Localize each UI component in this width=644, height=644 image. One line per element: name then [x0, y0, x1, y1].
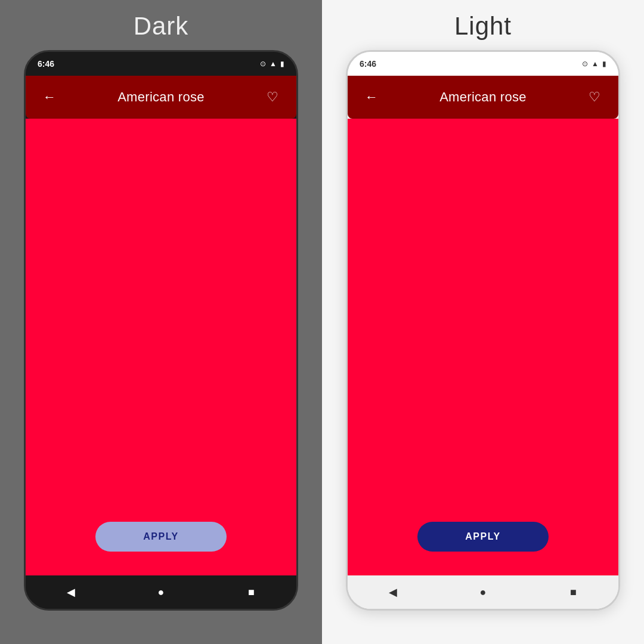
- light-nav-home-button[interactable]: ●: [472, 581, 494, 603]
- light-signal-icon: ▲: [592, 60, 599, 68]
- light-nav-back-button[interactable]: ◀: [382, 581, 404, 603]
- dark-apply-button[interactable]: APPLY: [95, 522, 226, 552]
- light-section-title: Light: [454, 12, 512, 41]
- light-back-button[interactable]: ←: [360, 85, 383, 109]
- dark-nav-home-button[interactable]: ●: [150, 581, 172, 603]
- light-phone-frame: 6:46 ⊙ ▲ ▮ ← American rose ♡ APPLY ◀ ● ■: [346, 50, 620, 611]
- dark-app-bar-title: American rose: [117, 89, 205, 105]
- dark-status-bar: 6:46 ⊙ ▲ ▮: [26, 52, 296, 76]
- light-favorite-button[interactable]: ♡: [583, 85, 606, 109]
- dark-status-icons: ⊙ ▲ ▮: [260, 60, 284, 68]
- light-apply-button[interactable]: APPLY: [417, 522, 548, 552]
- dark-content-area: APPLY: [26, 119, 296, 575]
- dark-nav-bar: ◀ ● ■: [26, 575, 296, 609]
- dark-section-title: Dark: [134, 12, 189, 41]
- dark-favorite-button[interactable]: ♡: [261, 85, 284, 109]
- dark-wifi-icon: ⊙: [260, 60, 266, 68]
- dark-phone-frame: 6:46 ⊙ ▲ ▮ ← American rose ♡ APPLY ◀ ● ■: [24, 50, 298, 611]
- dark-section: Dark 6:46 ⊙ ▲ ▮ ← American rose ♡ APPLY …: [0, 0, 322, 644]
- dark-back-button[interactable]: ←: [38, 85, 61, 109]
- light-nav-recent-button[interactable]: ■: [562, 581, 584, 603]
- light-app-bar: ← American rose ♡: [348, 76, 618, 119]
- light-nav-bar: ◀ ● ■: [348, 575, 618, 609]
- light-wifi-icon: ⊙: [582, 60, 588, 68]
- light-status-icons: ⊙ ▲ ▮: [582, 60, 606, 68]
- light-status-bar: 6:46 ⊙ ▲ ▮: [348, 52, 618, 76]
- dark-battery-icon: ▮: [280, 60, 284, 68]
- light-app-bar-title: American rose: [439, 89, 527, 105]
- dark-status-time: 6:46: [38, 59, 54, 69]
- light-status-time: 6:46: [360, 59, 376, 69]
- light-battery-icon: ▮: [602, 60, 606, 68]
- light-section: Light 6:46 ⊙ ▲ ▮ ← American rose ♡ APPLY…: [322, 0, 644, 644]
- dark-signal-icon: ▲: [270, 60, 277, 68]
- light-content-area: APPLY: [348, 119, 618, 575]
- dark-nav-back-button[interactable]: ◀: [60, 581, 82, 603]
- dark-app-bar: ← American rose ♡: [26, 76, 296, 119]
- dark-nav-recent-button[interactable]: ■: [240, 581, 262, 603]
